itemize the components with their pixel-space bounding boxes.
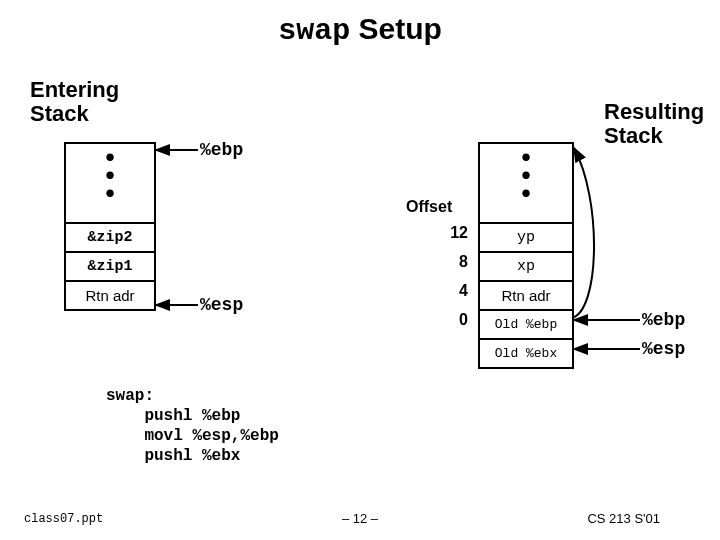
stack-cell: Old %ebx: [480, 338, 572, 367]
esp-pointer-label-right: %esp: [642, 339, 685, 359]
offset-value: 12: [428, 224, 468, 242]
stack-cell: Rtn adr: [66, 280, 154, 309]
stack-cell: Old %ebp: [480, 309, 572, 338]
footer-course: CS 213 S'01: [587, 511, 660, 526]
stack-dots: •••: [480, 144, 572, 222]
assembly-code: swap: pushl %ebp movl %esp,%ebp pushl %e…: [106, 386, 279, 466]
resulting-stack: ••• yp xp Rtn adr Old %ebp Old %ebx: [478, 142, 574, 369]
esp-pointer-label-left: %esp: [200, 295, 243, 315]
offset-value: 4: [428, 282, 468, 300]
entering-stack-label: EnteringStack: [30, 78, 119, 126]
stack-cell: &zip1: [66, 251, 154, 280]
stack-cell: &zip2: [66, 222, 154, 251]
offset-value: 0: [428, 311, 468, 329]
ebp-pointer-label-right: %ebp: [642, 310, 685, 330]
offset-value: 8: [428, 253, 468, 271]
title-rest: Setup: [350, 12, 442, 45]
resulting-stack-label: ResultingStack: [604, 100, 704, 148]
entering-stack: ••• &zip2 &zip1 Rtn adr: [64, 142, 156, 311]
stack-cell: xp: [480, 251, 572, 280]
stack-dots: •••: [66, 144, 154, 222]
offset-header: Offset: [406, 198, 452, 216]
ebp-pointer-label-left: %ebp: [200, 140, 243, 160]
stack-cell: Rtn adr: [480, 280, 572, 309]
stack-cell: yp: [480, 222, 572, 251]
title-keyword: swap: [278, 14, 350, 48]
page-title: swap Setup: [0, 12, 720, 48]
